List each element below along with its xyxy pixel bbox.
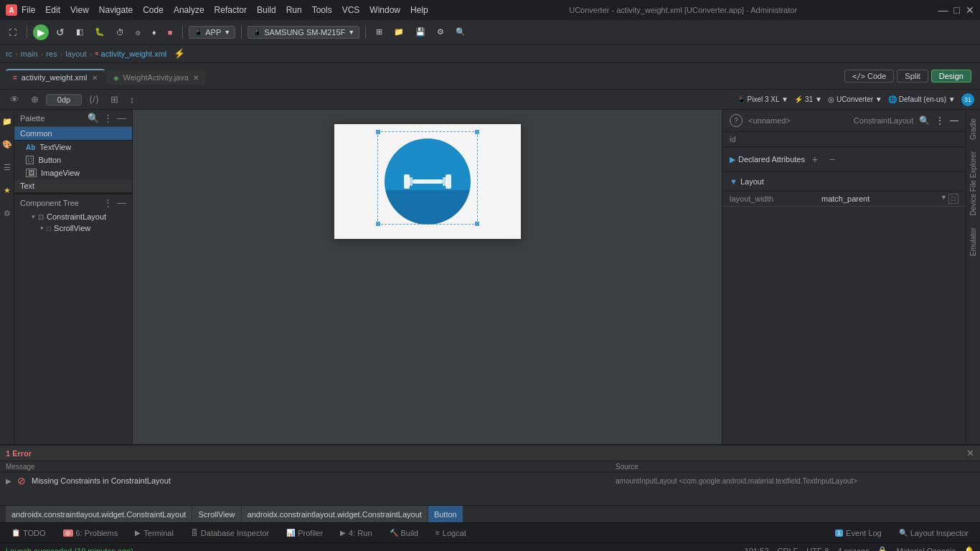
attrs-remove-btn[interactable]: −: [825, 152, 839, 166]
breadcrumb-rc[interactable]: rc: [6, 50, 12, 58]
status-crlf[interactable]: CRLF: [778, 547, 798, 552]
palette-item-imageview[interactable]: 🖼 ImageView: [14, 166, 132, 179]
bottom-tab-db[interactable]: 🗄 Database Inspector: [185, 527, 275, 539]
attrs-help-button[interactable]: ?: [730, 114, 743, 127]
toolbar-icon-7[interactable]: 💾: [411, 26, 430, 38]
dp-input[interactable]: 0dp: [46, 94, 82, 105]
tree-item-scrollview[interactable]: ▾ □ ScrollView: [14, 222, 132, 234]
menu-analyze[interactable]: Analyze: [174, 5, 204, 15]
android-icon[interactable]: ⚡: [174, 48, 185, 59]
handle-br[interactable]: [475, 222, 479, 226]
attrs-add-btn[interactable]: +: [808, 152, 822, 166]
side-tab-build-icon[interactable]: ⚙: [1, 207, 13, 219]
status-theme[interactable]: Material Oceanic: [896, 547, 956, 552]
attrs-search-btn[interactable]: 🔍: [919, 116, 930, 126]
bottom-tab-layout-inspector[interactable]: 🔍 Layout Inspector: [893, 527, 974, 539]
toolbar-icon-1[interactable]: ⛶: [4, 27, 21, 38]
status-indent[interactable]: 4 spaces: [837, 547, 869, 552]
minimize-button[interactable]: —: [938, 4, 948, 16]
palette-category-common[interactable]: Common: [14, 127, 132, 141]
view-design-button[interactable]: Design: [931, 70, 971, 83]
bottom-tab-logcat[interactable]: ≡ Logcat: [430, 527, 472, 539]
bottom-tab-profiler[interactable]: 📊 Profiler: [281, 527, 329, 539]
constraint-btn[interactable]: ⊕: [27, 93, 43, 106]
toolbar-icon-8[interactable]: ⚙: [433, 26, 448, 38]
attrs-more-btn[interactable]: ⋮: [936, 116, 944, 126]
menu-refactor[interactable]: Refactor: [215, 5, 247, 15]
handle-tr[interactable]: [475, 130, 479, 134]
stop-button[interactable]: ■: [164, 27, 177, 38]
path-item-0[interactable]: androidx.constraintlayout.widget.Constra…: [6, 506, 192, 522]
menu-view[interactable]: View: [70, 5, 89, 15]
transform-btn[interactable]: ⟨/⟩: [85, 93, 103, 106]
tab-java-close[interactable]: ✕: [193, 74, 199, 82]
tab-xml[interactable]: = activity_weight.xml ✕: [6, 69, 105, 85]
menu-window[interactable]: Window: [369, 5, 400, 15]
menu-build[interactable]: Build: [257, 5, 276, 15]
debug-button[interactable]: 🐛: [90, 26, 109, 38]
menu-tools[interactable]: Tools: [312, 5, 332, 15]
tree-minimize-btn[interactable]: —: [117, 197, 126, 208]
bottom-tab-run[interactable]: ▶ 4: Run: [334, 527, 377, 539]
right-tab-emulator[interactable]: Emulator: [968, 225, 979, 259]
tree-item-constraintlayout[interactable]: ▾ ⊡ ConstraintLayout: [14, 211, 132, 222]
menu-edit[interactable]: Edit: [45, 5, 60, 15]
error-row-expand[interactable]: ▶: [6, 477, 11, 485]
error-panel-close[interactable]: ✕: [966, 448, 974, 458]
attrs-layout-width-dropdown[interactable]: ▼: [941, 194, 947, 204]
profiler-button[interactable]: ⏱: [112, 27, 128, 38]
error-row-0[interactable]: ▶ ⊘ Missing Constraints in ConstraintLay…: [0, 473, 980, 489]
side-tab-favorites-icon[interactable]: ★: [1, 184, 13, 196]
palette-item-button[interactable]: □ Button: [14, 154, 132, 166]
reload-button[interactable]: ↺: [52, 25, 69, 39]
status-cursor[interactable]: 101:52: [745, 547, 769, 552]
palette-item-textview[interactable]: Ab TextView: [14, 141, 132, 154]
toolbar-icon-6[interactable]: 📁: [390, 26, 408, 38]
breadcrumb-main[interactable]: main: [21, 50, 38, 58]
attrs-minimize-btn[interactable]: —: [950, 116, 958, 126]
right-tab-device-file[interactable]: Device File Explorer: [968, 149, 979, 218]
eye-button[interactable]: 👁: [6, 93, 24, 106]
close-button[interactable]: ✕: [966, 4, 974, 16]
view-split-button[interactable]: Split: [897, 70, 928, 83]
side-tab-structure-icon[interactable]: ☰: [1, 161, 13, 173]
path-item-2[interactable]: androidx.constraintlayout.widget.Constra…: [242, 506, 428, 522]
path-item-1[interactable]: ScrollView: [192, 506, 240, 522]
bottom-tab-problems[interactable]: ⊘ 6: Problems: [57, 527, 124, 539]
palette-category-text[interactable]: Text: [14, 179, 132, 193]
breadcrumb-res[interactable]: res: [46, 50, 57, 58]
side-tab-palette-icon[interactable]: 🎨: [1, 138, 13, 150]
toolbar-icon-9[interactable]: 🔍: [451, 26, 470, 38]
menu-code[interactable]: Code: [143, 5, 164, 15]
palette-more-btn[interactable]: ⋮: [103, 113, 113, 123]
handle-bl[interactable]: [376, 222, 380, 226]
device-dropdown[interactable]: 📱 SAMSUNG SM-M215F ▼: [248, 26, 359, 39]
toolbar-icon-4[interactable]: ♦: [148, 27, 161, 38]
menu-vcs[interactable]: VCS: [342, 5, 360, 15]
bottom-tab-build[interactable]: 🔨 Build: [384, 527, 424, 539]
tree-expand-2[interactable]: ▾: [40, 225, 44, 232]
palette-close-btn[interactable]: —: [117, 113, 126, 123]
attrs-layout-width-edit[interactable]: □: [948, 194, 958, 204]
align-btn[interactable]: ↕: [126, 93, 139, 106]
attrs-layout-header[interactable]: ▼ Layout: [730, 175, 958, 188]
palette-search-btn[interactable]: 🔍: [88, 113, 99, 123]
view-code-button[interactable]: </> Code: [844, 70, 894, 83]
run-button[interactable]: ▶: [33, 24, 49, 40]
bottom-tab-terminal[interactable]: ▶ Terminal: [129, 527, 179, 539]
toolbar-icon-2[interactable]: ◧: [72, 26, 88, 38]
right-tab-gradle[interactable]: Gradle: [968, 116, 979, 143]
tab-xml-close[interactable]: ✕: [92, 74, 98, 82]
breadcrumb-layout[interactable]: layout: [65, 50, 86, 58]
maximize-button[interactable]: □: [954, 4, 960, 16]
menu-file[interactable]: File: [22, 5, 35, 15]
status-charset[interactable]: UTF-8: [806, 547, 829, 552]
menu-navigate[interactable]: Navigate: [99, 5, 133, 15]
toolbar-icon-5[interactable]: ⊞: [372, 26, 387, 38]
bottom-tab-todo[interactable]: 📋 TODO: [6, 527, 52, 539]
breadcrumb-file[interactable]: = activity_weight.xml: [95, 50, 166, 58]
path-item-3[interactable]: Button: [428, 506, 463, 522]
toolbar-icon-3[interactable]: ⌾: [131, 27, 145, 38]
app-dropdown[interactable]: 📱 APP ▼: [189, 26, 235, 39]
status-notification-icon[interactable]: 🔔: [964, 546, 974, 551]
